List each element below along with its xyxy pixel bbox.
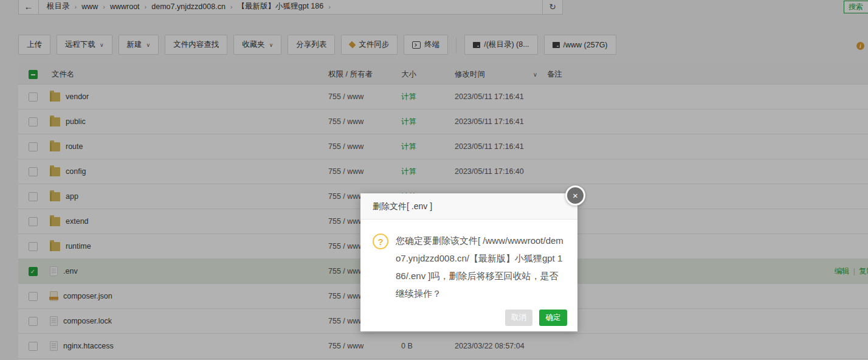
question-icon: ? (373, 234, 388, 249)
confirm-button[interactable]: 确定 (539, 310, 567, 326)
dialog-message: 您确定要删除该文件[ /www/wwwroot/demo7.ynjdzzd008… (396, 232, 567, 302)
close-icon[interactable]: × (565, 185, 585, 206)
dialog-footer: 取消 确定 (505, 310, 567, 326)
file-manager-page: ← 根目录›www›wwwroot›demo7.ynjdzzd008.cn›【最… (0, 0, 868, 360)
dialog-title: 删除文件[ .env ] (360, 193, 577, 220)
dialog-body: ? 您确定要删除该文件[ /www/wwwroot/demo7.ynjdzzd0… (360, 220, 577, 302)
cancel-button[interactable]: 取消 (505, 310, 532, 326)
delete-confirm-dialog: × 删除文件[ .env ] ? 您确定要删除该文件[ /www/wwwroot… (360, 193, 577, 331)
